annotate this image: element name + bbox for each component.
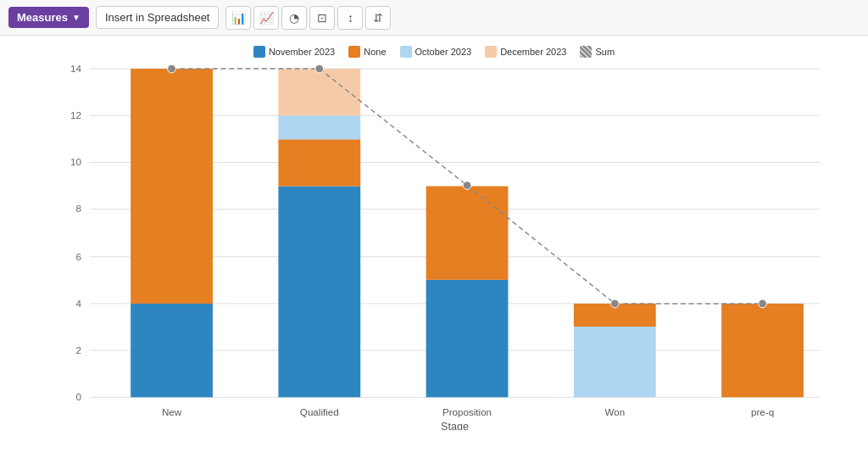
pie-chart-icon: ◔ <box>289 11 299 25</box>
svg-text:10: 10 <box>70 156 81 167</box>
chart-legend: November 2023 None October 2023 December… <box>0 46 868 58</box>
measures-label: Measures <box>17 11 68 24</box>
insert-label: Insert in Spreadsheet <box>105 11 210 24</box>
x-label-proposition: Proposition <box>442 406 492 417</box>
legend-sum: Sum <box>580 46 615 58</box>
table-icon: ⊡ <box>317 11 327 25</box>
pie-chart-button[interactable]: ◔ <box>281 6 307 30</box>
december-swatch <box>485 46 497 58</box>
bar-won-october <box>574 327 656 397</box>
measures-button[interactable]: Measures ▼ <box>8 7 89 28</box>
x-axis-title: Stage <box>441 421 469 430</box>
bar-qualified-none <box>278 139 360 186</box>
toolbar: Measures ▼ Insert in Spreadsheet 📊 📈 ◔ ⊡… <box>0 0 868 36</box>
sum-dot-qualified <box>315 64 324 73</box>
svg-text:4: 4 <box>76 298 82 309</box>
svg-text:2: 2 <box>76 344 81 355</box>
bar-proposition-none <box>426 186 509 279</box>
legend-sum-label: Sum <box>595 47 615 57</box>
sort-desc-button[interactable]: ⇵ <box>365 6 391 30</box>
line-chart-icon: 📈 <box>259 11 274 25</box>
sum-dot-preq <box>759 299 767 308</box>
chart-type-buttons: 📊 📈 ◔ ⊡ ↕ ⇵ <box>225 6 391 30</box>
bar-proposition-november <box>426 280 509 397</box>
line-chart-button[interactable]: 📈 <box>253 6 279 30</box>
insert-spreadsheet-button[interactable]: Insert in Spreadsheet <box>96 6 220 29</box>
sort-desc-icon: ⇵ <box>373 11 383 25</box>
sum-dot-won <box>610 299 619 308</box>
bar-chart-button[interactable]: 📊 <box>225 6 251 30</box>
legend-december: December 2023 <box>485 46 566 58</box>
legend-october-label: October 2023 <box>415 47 472 57</box>
legend-none: None <box>348 46 386 58</box>
x-label-qualified: Qualified <box>300 406 339 417</box>
x-label-new: New <box>162 406 182 417</box>
legend-november: November 2023 <box>253 46 335 58</box>
chart-container: November 2023 None October 2023 December… <box>0 36 868 464</box>
legend-none-label: None <box>364 47 386 57</box>
svg-text:12: 12 <box>70 109 81 120</box>
sort-asc-icon: ↕ <box>348 11 353 25</box>
legend-october: October 2023 <box>400 46 472 58</box>
legend-november-label: November 2023 <box>269 47 335 57</box>
october-swatch <box>400 46 412 58</box>
chevron-down-icon: ▼ <box>72 13 81 22</box>
svg-text:14: 14 <box>70 63 81 74</box>
sum-dot-proposition <box>463 182 471 190</box>
x-label-won: Won <box>604 406 625 417</box>
none-swatch <box>348 46 360 58</box>
legend-december-label: December 2023 <box>500 47 566 57</box>
sum-dot-new <box>168 64 176 73</box>
bar-new-november <box>131 304 213 397</box>
bar-chart-icon: 📊 <box>231 11 246 25</box>
bar-qualified-october <box>278 115 360 139</box>
table-button[interactable]: ⊡ <box>309 6 335 30</box>
november-swatch <box>253 46 265 58</box>
bar-preq-none <box>721 304 804 397</box>
svg-text:8: 8 <box>76 203 81 214</box>
sort-asc-button[interactable]: ↕ <box>337 6 363 30</box>
x-label-preq: pre-q <box>751 406 774 417</box>
bar-qualified-november <box>278 186 360 397</box>
bar-chart: 0 2 4 6 8 10 12 14 <box>34 44 851 430</box>
svg-text:6: 6 <box>76 251 81 262</box>
sum-swatch <box>580 46 592 58</box>
bar-new-none <box>131 69 213 304</box>
svg-text:0: 0 <box>76 391 81 402</box>
